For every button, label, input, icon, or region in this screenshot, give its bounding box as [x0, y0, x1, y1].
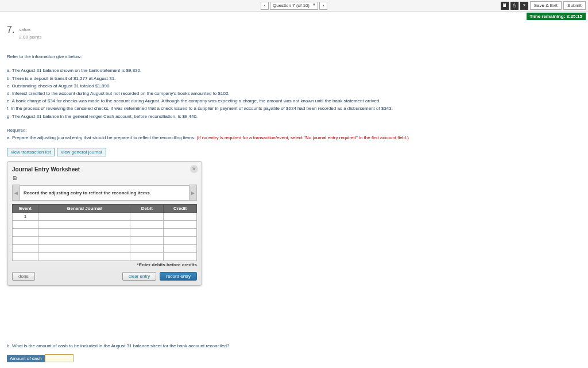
top-toolbar: ‹ Question 7 (of 10) › 🖩 ⎙ ? Save & Exit… [0, 0, 588, 12]
requirement-a-hint: (If no entry is required for a transacti… [196, 135, 408, 140]
save-exit-button[interactable]: Save & Exit [530, 1, 562, 10]
part-b-text: b. What is the amount of cash to be incl… [7, 343, 565, 348]
part-b: b. What is the amount of cash to be incl… [7, 343, 565, 362]
required-label: Required: [7, 127, 565, 133]
table-row [13, 245, 197, 253]
journal-entry-worksheet: ✕ Journal Entry Worksheet 🗎 ◄ Record the… [7, 161, 202, 286]
points-value: 2.00 points [19, 34, 41, 40]
journal-entry-table: Event General Journal Debit Credit 1 [12, 204, 197, 261]
table-row [13, 253, 197, 261]
table-row [13, 237, 197, 245]
view-transaction-list-button[interactable]: view transaction list [7, 148, 55, 156]
prev-entry-arrow[interactable]: ◄ [12, 185, 20, 201]
help-icon[interactable]: ? [520, 2, 528, 10]
credit-cell[interactable] [164, 213, 197, 221]
line-c: c. Outstanding checks at August 31 total… [7, 83, 565, 89]
table-row: 1 [13, 213, 197, 221]
question-nav: ‹ Question 7 (of 10) › [261, 2, 327, 10]
question-body: Refer to the information given below: a.… [7, 53, 565, 141]
line-d: d. Interest credited to the account duri… [7, 90, 565, 97]
line-a: a. The August 31 balance shown on the ba… [7, 67, 565, 74]
top-right-controls: 🖩 ⎙ ? Save & Exit Submit [501, 1, 586, 10]
col-debit: Debit [130, 205, 164, 213]
intro-text: Refer to the information given below: [7, 53, 565, 60]
next-entry-arrow[interactable]: ► [189, 185, 197, 201]
note-icon: 🗎 [12, 175, 18, 181]
account-cell[interactable] [38, 213, 130, 221]
requirement-a: a. Prepare the adjusting journal entry t… [7, 135, 565, 141]
table-row [13, 221, 197, 229]
worksheet-instruction: Record the adjusting entry to reflect th… [20, 185, 189, 201]
event-cell: 1 [13, 213, 38, 221]
clear-entry-button[interactable]: clear entry [122, 272, 156, 281]
worksheet-title: Journal Entry Worksheet [12, 166, 197, 172]
col-event: Event [13, 205, 38, 213]
line-g: g. The August 31 balance in the general … [7, 113, 565, 120]
question-number: 7. [7, 25, 14, 35]
amount-of-cash-label: Amount of cash [7, 355, 45, 362]
submit-button[interactable]: Submit [563, 1, 586, 10]
col-credit: Credit [164, 205, 197, 213]
line-f: f. In the process of reviewing the cance… [7, 105, 565, 112]
debit-cell[interactable] [130, 213, 164, 221]
done-button[interactable]: done [12, 272, 35, 281]
calculator-icon[interactable]: 🖩 [501, 2, 509, 10]
view-general-journal-button[interactable]: view general journal [57, 148, 106, 156]
line-e: e. A bank charge of $34 for checks was m… [7, 98, 565, 104]
table-row [13, 229, 197, 237]
prev-question-button[interactable]: ‹ [261, 2, 269, 10]
debits-before-credits-hint: *Enter debits before credits [12, 262, 197, 267]
record-entry-button[interactable]: record entry [160, 272, 197, 281]
question-content: 7. value: 2.00 points Refer to the infor… [0, 21, 588, 368]
amount-of-cash-input[interactable] [45, 354, 74, 362]
timer-row: Time remaining: 3:25:15 [0, 12, 588, 21]
question-selector[interactable]: Question 7 (of 10) [270, 2, 318, 10]
next-question-button[interactable]: › [319, 2, 327, 10]
time-remaining: Time remaining: 3:25:15 [527, 13, 586, 20]
col-general-journal: General Journal [38, 205, 130, 213]
points-value-label: value: [19, 27, 41, 32]
view-links: view transaction list view general journ… [7, 148, 565, 156]
print-icon[interactable]: ⎙ [510, 2, 519, 10]
line-b: b. There is a deposit in transit of $1,2… [7, 75, 565, 82]
